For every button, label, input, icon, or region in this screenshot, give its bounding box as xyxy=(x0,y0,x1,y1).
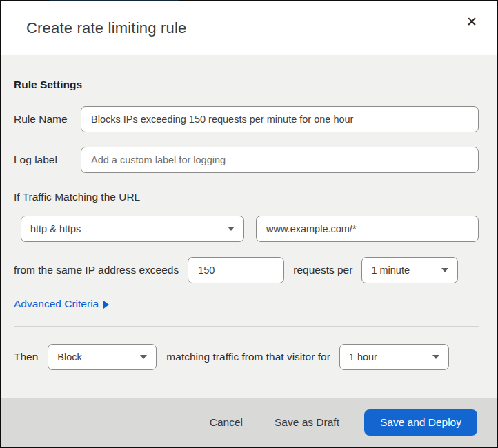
chevron-down-icon xyxy=(140,355,147,359)
chevron-down-icon xyxy=(432,355,439,359)
url-match-row: http & https xyxy=(21,216,479,242)
advanced-criteria-label: Advanced Criteria xyxy=(14,298,99,310)
period-select[interactable]: 1 minute xyxy=(361,257,458,283)
scheme-select[interactable]: http & https xyxy=(21,216,244,242)
cancel-button[interactable]: Cancel xyxy=(203,411,250,434)
then-middle-text: matching traffic from that visitor for xyxy=(166,351,330,363)
log-label-label: Log label xyxy=(14,154,81,166)
request-count-input[interactable] xyxy=(188,257,284,283)
triangle-right-icon xyxy=(103,301,109,309)
duration-select[interactable]: 1 hour xyxy=(339,344,449,370)
threshold-middle-text: requests per xyxy=(293,264,352,276)
chevron-down-icon xyxy=(228,227,235,231)
duration-select-value: 1 hour xyxy=(349,352,377,363)
section-divider xyxy=(14,326,479,327)
traffic-matching-heading: If Traffic Matching the URL xyxy=(14,191,479,203)
save-and-deploy-button[interactable]: Save and Deploy xyxy=(364,409,477,436)
close-icon[interactable]: ✕ xyxy=(464,12,480,31)
rule-settings-heading: Rule Settings xyxy=(14,79,479,91)
then-label: Then xyxy=(14,351,38,363)
rule-name-input[interactable] xyxy=(81,106,479,132)
rule-name-row: Rule Name xyxy=(14,106,479,132)
save-as-draft-button[interactable]: Save as Draft xyxy=(268,411,346,434)
threshold-prefix-text: from the same IP address exceeds xyxy=(14,264,179,276)
action-select-value: Block xyxy=(57,352,81,363)
period-select-value: 1 minute xyxy=(371,265,410,276)
dialog-title: Create rate limiting rule xyxy=(26,19,186,37)
dialog-footer: Cancel Save as Draft Save and Deploy xyxy=(1,398,497,447)
dialog-header: Create rate limiting rule ✕ xyxy=(1,1,497,55)
scheme-select-value: http & https xyxy=(30,223,81,234)
action-select[interactable]: Block xyxy=(48,344,157,370)
advanced-criteria-link[interactable]: Advanced Criteria xyxy=(14,298,109,310)
log-label-input[interactable] xyxy=(81,147,479,173)
log-label-row: Log label xyxy=(14,147,479,173)
create-rate-limiting-rule-dialog: Create rate limiting rule ✕ Rule Setting… xyxy=(0,0,498,448)
then-action-row: Then Block matching traffic from that vi… xyxy=(14,344,479,370)
url-pattern-input[interactable] xyxy=(256,216,479,242)
dialog-body: Rule Settings Rule Name Log label If Tra… xyxy=(1,55,497,398)
rule-name-label: Rule Name xyxy=(14,113,81,125)
chevron-down-icon xyxy=(441,268,448,272)
threshold-row: from the same IP address exceeds request… xyxy=(14,257,479,283)
